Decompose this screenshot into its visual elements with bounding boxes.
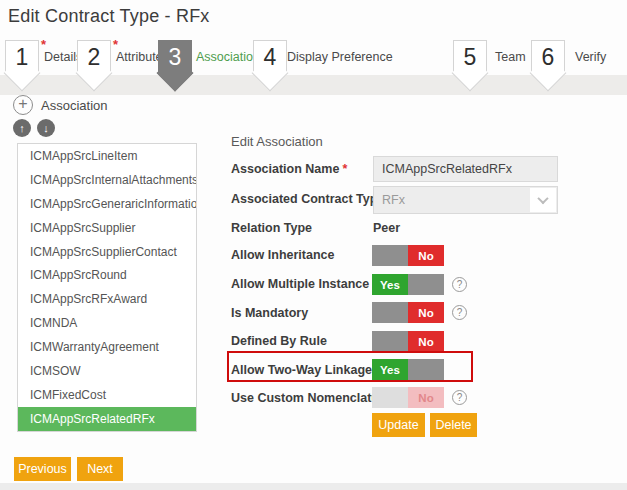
next-button[interactable]: Next	[77, 457, 123, 481]
step-2-box[interactable]: 2 *	[77, 40, 111, 74]
use-custom-nomenclature-label: Use Custom Nomenclature	[231, 391, 391, 405]
step-1-box[interactable]: 1 *	[5, 40, 39, 74]
toggle-yes-segment	[372, 387, 408, 408]
association-name-input[interactable]	[373, 156, 558, 182]
toggle-no-segment: No	[408, 245, 444, 266]
update-button[interactable]: Update	[372, 413, 425, 437]
use-custom-nomenclature-toggle: No	[372, 387, 444, 408]
allow-inheritance-toggle[interactable]: No	[372, 245, 444, 266]
step-3-box[interactable]: 3	[158, 40, 192, 74]
form-heading: Edit Association	[231, 134, 323, 149]
step-3-label[interactable]: Association	[196, 50, 260, 64]
associated-contract-type-label-text: Associated Contract Type	[231, 192, 384, 206]
defined-by-rule-toggle[interactable]: No	[372, 331, 444, 352]
list-item[interactable]: ICMFixedCost	[18, 383, 196, 407]
allow-two-way-linkage-toggle[interactable]: Yes	[372, 359, 444, 380]
list-item-selected[interactable]: ICMAppSrcRelatedRFx	[18, 407, 196, 431]
list-item[interactable]: ICMAppSrcSupplierContact	[18, 240, 196, 264]
step-6-number: 6	[532, 41, 564, 74]
step-1-number: 1	[6, 41, 38, 74]
toggle-yes-segment: Yes	[372, 274, 408, 295]
toggle-no-segment	[408, 359, 444, 380]
toggle-no-segment: No	[408, 387, 444, 408]
toggle-yes-segment	[372, 302, 408, 323]
step-1-details[interactable]: 1 *	[5, 40, 39, 74]
step-5-number: 5	[454, 41, 486, 74]
edit-contract-type-page: Edit Contract Type - RFx 1 * Details 2 *…	[0, 0, 627, 490]
is-mandatory-label: Is Mandatory	[231, 306, 308, 320]
toggle-no-segment	[408, 274, 444, 295]
required-asterisk: *	[342, 162, 347, 176]
step-4-number: 4	[254, 41, 286, 74]
step-3-number: 3	[159, 41, 191, 74]
list-item[interactable]: ICMWarrantyAgreement	[18, 335, 196, 359]
page-title: Edit Contract Type - RFx	[8, 6, 210, 27]
step-6-box[interactable]: 6	[531, 40, 565, 74]
toggle-yes-segment: Yes	[372, 359, 408, 380]
step-2-attributes[interactable]: 2 *	[77, 40, 111, 74]
list-item[interactable]: ICMAppSrcLineItem	[18, 144, 196, 168]
select-dropdown-button[interactable]	[530, 188, 556, 212]
step-4-box[interactable]: 4	[253, 40, 287, 74]
relation-type-value: Peer	[373, 221, 400, 235]
list-item[interactable]: ICMAppSrcRFxAward	[18, 287, 196, 311]
list-item[interactable]: ICMNDA	[18, 311, 196, 335]
step-2-number: 2	[78, 41, 110, 74]
list-item[interactable]: ICMAppSrcInternalAttachments	[18, 168, 196, 192]
help-icon[interactable]: ?	[452, 390, 467, 405]
step-5-team[interactable]: 5	[453, 40, 487, 74]
add-association-button[interactable]: + Association	[13, 95, 107, 115]
arrow-up-icon: ↑	[19, 122, 25, 134]
step-6-verify[interactable]: 6	[531, 40, 565, 74]
association-name-label: Association Name*	[231, 162, 347, 176]
relation-type-label: Relation Type	[231, 221, 312, 235]
toggle-yes-segment	[372, 331, 408, 352]
step-6-label[interactable]: Verify	[575, 50, 606, 64]
toggle-no-segment: No	[408, 302, 444, 323]
associated-contract-type-label: Associated Contract Type*	[231, 192, 392, 206]
list-item[interactable]: ICMAppSrcGeneraricInformation	[18, 192, 196, 216]
select-value: RFx	[382, 193, 405, 207]
delete-button[interactable]: Delete	[430, 413, 477, 437]
allow-inheritance-label: Allow Inheritance	[231, 248, 335, 262]
association-list: ICMAppSrcLineItem ICMAppSrcInternalAttac…	[17, 143, 197, 432]
step-5-box[interactable]: 5	[453, 40, 487, 74]
association-name-label-text: Association Name	[231, 162, 339, 176]
allow-two-way-linkage-label: Allow Two-Way Linkage	[231, 363, 372, 377]
step-4-label[interactable]: Display Preference	[287, 50, 393, 64]
help-icon[interactable]: ?	[452, 277, 467, 292]
step-5-label[interactable]: Team	[495, 50, 526, 64]
move-down-button[interactable]: ↓	[37, 119, 55, 137]
list-item[interactable]: ICMAppSrcSupplier	[18, 216, 196, 240]
list-item[interactable]: ICMSOW	[18, 359, 196, 383]
step-3-association[interactable]: 3	[158, 40, 192, 74]
associated-contract-type-select[interactable]: RFx	[373, 186, 558, 214]
help-icon[interactable]: ?	[452, 305, 467, 320]
defined-by-rule-label: Defined By Rule	[231, 334, 327, 348]
plus-circle-icon: +	[13, 95, 33, 115]
list-item[interactable]: ICMAppSrcRound	[18, 263, 196, 287]
step-4-display-preference[interactable]: 4	[253, 40, 287, 74]
move-up-button[interactable]: ↑	[13, 119, 31, 137]
previous-button[interactable]: Previous	[14, 457, 71, 481]
chevron-down-icon	[537, 193, 548, 204]
bottom-divider	[0, 483, 627, 490]
add-association-label: Association	[41, 98, 107, 113]
arrow-down-icon: ↓	[43, 122, 49, 134]
allow-multiple-instance-toggle[interactable]: Yes	[372, 274, 444, 295]
toggle-no-segment: No	[408, 331, 444, 352]
is-mandatory-toggle[interactable]: No	[372, 302, 444, 323]
toggle-yes-segment	[372, 245, 408, 266]
allow-multiple-instance-label: Allow Multiple Instance	[231, 277, 369, 291]
